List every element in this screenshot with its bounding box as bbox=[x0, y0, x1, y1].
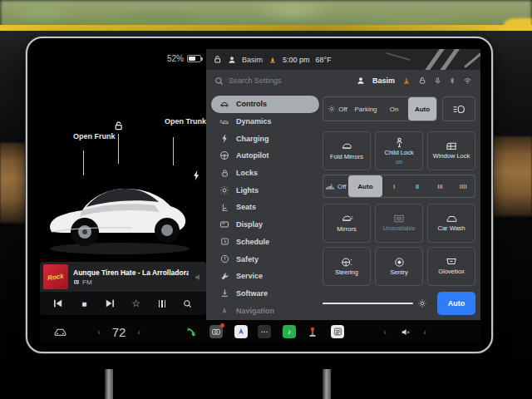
phone-app-button[interactable] bbox=[183, 320, 200, 343]
child-lock-icon bbox=[395, 137, 404, 148]
launcher-bar: ‹ 72 › ⋯ ♪ ‹ bbox=[40, 320, 480, 343]
track-info[interactable]: Aunque Tiren Hate - La Arrolladora Ban F… bbox=[73, 268, 189, 286]
sidebar-item-navigation[interactable]: Navigation bbox=[211, 302, 319, 319]
wood-trim-left bbox=[0, 143, 27, 223]
sidebar-item-display[interactable]: Display bbox=[211, 216, 319, 234]
calendar-app-button[interactable] bbox=[329, 320, 346, 343]
driver-profile-icon[interactable] bbox=[228, 56, 236, 64]
sidebar-item-dynamics[interactable]: Dynamics bbox=[211, 113, 319, 131]
wipers-off-option[interactable]: Off bbox=[323, 175, 348, 197]
sidebar-item-seats[interactable]: Seats bbox=[211, 199, 319, 216]
sentry-button[interactable]: Sentry bbox=[375, 247, 423, 286]
profile-name[interactable]: Basim bbox=[372, 76, 395, 85]
equalizer-button[interactable] bbox=[154, 295, 170, 312]
sidebar-item-lights[interactable]: Lights bbox=[211, 181, 319, 199]
bluetooth-icon[interactable] bbox=[449, 76, 456, 85]
navigation-icon bbox=[219, 306, 229, 316]
sidebar-item-service[interactable]: Service bbox=[211, 268, 319, 285]
schedule-icon bbox=[219, 237, 229, 247]
headlights-auto-option[interactable]: Auto bbox=[408, 97, 436, 121]
high-beam-button[interactable] bbox=[442, 96, 475, 121]
car-wash-button[interactable]: Car Wash bbox=[427, 204, 475, 243]
battery-icon bbox=[187, 55, 201, 62]
traffic-cone-icon[interactable] bbox=[268, 56, 277, 64]
muted-speaker-icon bbox=[401, 328, 410, 337]
window-lock-button[interactable]: Window Lock bbox=[427, 131, 475, 170]
temp-increase-chevron[interactable]: › bbox=[133, 320, 145, 343]
wipers-speed3-option[interactable]: III bbox=[429, 175, 452, 197]
lock-icon[interactable] bbox=[213, 55, 222, 64]
stop-button[interactable]: ■ bbox=[76, 295, 92, 312]
phone-icon bbox=[186, 327, 197, 337]
mirrors-button[interactable]: Mirrors bbox=[323, 204, 371, 243]
clock: 5:00 pm bbox=[283, 56, 310, 64]
lights-icon bbox=[219, 185, 229, 195]
sidebar-item-autopilot[interactable]: Autopilot bbox=[211, 147, 319, 165]
seats-icon bbox=[219, 202, 229, 212]
microphone-icon[interactable] bbox=[434, 76, 441, 85]
driver-name[interactable]: Basim bbox=[242, 56, 263, 64]
headlights-parking-option[interactable]: Parking bbox=[352, 97, 380, 121]
map-preview bbox=[381, 49, 480, 70]
wipers-auto-option[interactable]: Auto bbox=[348, 175, 383, 197]
media-search-button[interactable] bbox=[180, 295, 196, 312]
search-settings-input[interactable] bbox=[229, 76, 308, 85]
temp-decrease-chevron[interactable]: ‹ bbox=[93, 320, 105, 343]
search-icon bbox=[214, 76, 224, 86]
maps-app-button[interactable] bbox=[233, 320, 249, 343]
profile-icon[interactable] bbox=[357, 76, 365, 85]
album-art[interactable]: Rock bbox=[43, 264, 68, 289]
traffic-cone-icon[interactable] bbox=[402, 76, 411, 85]
volume-mute-button[interactable] bbox=[396, 320, 414, 343]
camera-icon bbox=[209, 325, 223, 338]
wipers-speed2-option[interactable]: II bbox=[406, 175, 429, 197]
more-apps-button[interactable]: ⋯ bbox=[256, 320, 273, 343]
sidebar-item-charging[interactable]: Charging bbox=[211, 130, 319, 147]
high-beam-icon bbox=[452, 104, 466, 115]
glovebox-button[interactable]: Glovebox bbox=[427, 247, 475, 286]
photo-of-tesla-screen: { "colors":{"accent_blue":"#2e7cf6","con… bbox=[0, 0, 532, 399]
fold-mirrors-button[interactable]: Fold Mirrors bbox=[323, 131, 371, 170]
wifi-icon[interactable] bbox=[463, 76, 472, 85]
speaker-icon bbox=[194, 273, 203, 282]
music-app-button[interactable]: ♪ bbox=[281, 320, 298, 343]
volume-up-chevron[interactable]: › bbox=[419, 320, 431, 343]
headlights-off-option[interactable]: Off bbox=[323, 97, 352, 121]
steering-button[interactable]: Steering bbox=[323, 247, 371, 286]
brightness-slider[interactable] bbox=[323, 298, 427, 308]
arcade-app-button[interactable] bbox=[304, 320, 321, 343]
open-trunk-button[interactable]: Open Trunk bbox=[165, 117, 206, 126]
sidebar-item-safety[interactable]: Safety bbox=[211, 250, 319, 268]
brightness-icon bbox=[417, 298, 427, 308]
next-track-button[interactable] bbox=[101, 295, 118, 312]
previous-track-button[interactable] bbox=[50, 295, 66, 312]
controls-content: Off Parking On Auto Fold Mirrors Chil bbox=[323, 96, 475, 315]
wipers-speed1-option[interactable]: I bbox=[382, 175, 406, 197]
favorite-button[interactable]: ☆ bbox=[128, 295, 145, 312]
open-frunk-button[interactable]: Open Frunk bbox=[73, 132, 116, 140]
lock-icon[interactable] bbox=[418, 76, 426, 85]
sidebar-item-schedule[interactable]: Schedule bbox=[211, 234, 319, 251]
mirrors-adjust-icon bbox=[341, 214, 353, 224]
cabin-temperature[interactable]: 72 bbox=[108, 320, 130, 343]
vehicle-lock-icon[interactable] bbox=[113, 121, 124, 131]
misc-buttons-row: Steering Sentry Glovebox bbox=[323, 247, 475, 286]
child-lock-button[interactable]: Child Lock on bbox=[375, 131, 423, 170]
car-controls-button[interactable] bbox=[50, 320, 70, 343]
sidebar-item-locks[interactable]: Locks bbox=[211, 165, 319, 182]
wood-trim-right bbox=[492, 136, 532, 216]
fold-mirrors-icon bbox=[341, 141, 353, 152]
camera-app-button[interactable] bbox=[208, 320, 224, 343]
sidebar-item-controls[interactable]: Controls bbox=[211, 96, 319, 113]
volume-down-chevron[interactable]: ‹ bbox=[379, 320, 391, 343]
display: 52% Open Frunk Open Trunk bbox=[40, 49, 480, 343]
sidebar-item-software[interactable]: Software bbox=[211, 285, 319, 303]
media-source: FM bbox=[82, 278, 92, 286]
settings-sidebar: Controls Dynamics Charging Autopilot Loc… bbox=[211, 96, 319, 319]
dynamics-icon bbox=[219, 116, 229, 126]
outside-temperature[interactable]: 68°F bbox=[316, 56, 332, 64]
brightness-auto-button[interactable]: Auto bbox=[437, 292, 475, 315]
headlights-on-option[interactable]: On bbox=[380, 97, 408, 121]
locks-buttons-row: Fold Mirrors Child Lock on Window Lock bbox=[323, 131, 475, 170]
wipers-speed4-option[interactable]: IIII bbox=[451, 175, 475, 197]
